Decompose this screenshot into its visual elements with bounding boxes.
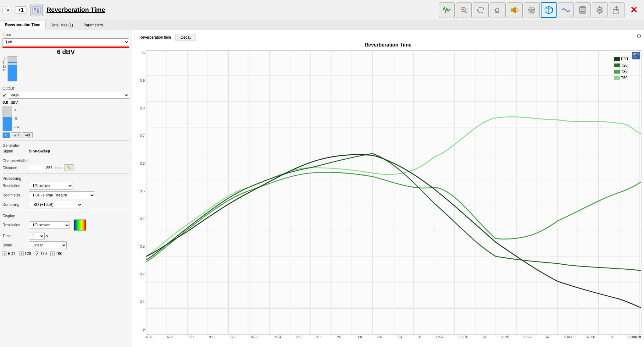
distance-label: Distance xyxy=(3,166,28,170)
distance-measure-button[interactable]: 📏 xyxy=(64,164,74,171)
settings-button[interactable] xyxy=(592,2,608,18)
proc-resolution-label: Resolution xyxy=(3,184,28,188)
legend-label-t20: T20 xyxy=(621,63,628,68)
cube-button[interactable] xyxy=(541,2,557,18)
output-btn-minus20[interactable]: -20 xyxy=(11,132,21,138)
x-label-1984: 198.4 xyxy=(273,335,281,339)
input-label: Input xyxy=(3,33,129,37)
x-label-625: 62.5 xyxy=(167,335,173,339)
scale-select[interactable]: Linear xyxy=(29,241,67,249)
svg-marker-9 xyxy=(477,9,478,11)
disp-resolution-label: Resolution xyxy=(3,223,28,227)
t60-checkbox[interactable]: ✔ xyxy=(50,251,55,256)
room-size-select[interactable]: 1.0s - Home Theatre xyxy=(29,191,95,199)
output-btn-minus40[interactable]: -40 xyxy=(22,132,33,138)
output-select[interactable]: <All> xyxy=(8,92,129,99)
distance-unit: mm xyxy=(55,166,62,170)
svg-point-22 xyxy=(598,9,601,11)
signal-row: Signal Sine-Sweep xyxy=(3,149,129,153)
svg-rect-0 xyxy=(33,6,40,14)
denoising-row: Denoising ISO (+10dB) xyxy=(3,201,129,208)
svg-line-6 xyxy=(465,11,467,13)
star-button[interactable] xyxy=(524,2,540,18)
x-label-317k: 3.17k xyxy=(524,335,531,339)
input-level-display: 6 dBV xyxy=(3,48,129,56)
x-label-1k: 1k xyxy=(417,335,421,339)
x-label-992: 99.2 xyxy=(209,335,215,339)
x-label-4k: 4k xyxy=(546,335,550,339)
export-button[interactable] xyxy=(609,2,625,18)
wave2-button[interactable] xyxy=(558,2,574,18)
tab-parameters[interactable]: Parameters xyxy=(78,21,108,29)
output-level-row: 0.0 dBV xyxy=(3,100,129,105)
x-label-1587k: 1.587k xyxy=(458,335,468,339)
output-section: Output ✔ <All> 0.0 dBV 0 -6 -14 xyxy=(3,84,129,138)
svg-rect-4 xyxy=(37,10,39,13)
tab-reverberation-time[interactable]: Reverberation Time xyxy=(0,21,46,30)
svg-text:Ω: Ω xyxy=(495,7,500,14)
time-label: Time xyxy=(3,234,28,238)
time-row: Time 1 s xyxy=(3,233,129,240)
time-unit: s xyxy=(46,234,48,238)
tab-data-lines[interactable]: Data lines (1) xyxy=(46,21,78,29)
disp-resolution-select[interactable]: 1/3 octave xyxy=(29,221,70,229)
waveform-button[interactable] xyxy=(439,2,455,18)
processing-section: Processing Resolution 1/3 octave Room si… xyxy=(3,174,129,208)
input-level-bar xyxy=(3,47,129,48)
x-label-2k: 2k xyxy=(483,335,486,339)
chart-title: Reverberation Time xyxy=(135,42,641,48)
disp-resolution-row: Resolution 1/3 octave xyxy=(3,219,129,231)
close-button[interactable]: ✕ xyxy=(626,2,641,18)
generator-label: Generator xyxy=(3,143,129,148)
distance-row: Distance mm 📏 xyxy=(3,164,129,171)
color-gradient-display xyxy=(74,219,86,231)
output-btn-row: 0 -20 -40 xyxy=(3,132,129,138)
tabs-bar: Reverberation Time Data lines (1) Parame… xyxy=(0,20,644,30)
chart-tabs: Reverberation time Decay xyxy=(135,34,641,41)
edt-checkbox[interactable]: ✔ xyxy=(3,251,7,256)
y-label-03: 0.3 xyxy=(140,245,145,248)
chart-settings-button[interactable]: ⚙ xyxy=(636,33,641,40)
x-label-125: 125 xyxy=(230,335,236,339)
title-bar-left: 1♦ +1 Reverberation Time xyxy=(3,4,105,16)
t30-checkbox[interactable]: ✔ xyxy=(35,251,39,256)
chart-svg xyxy=(146,51,641,334)
output-btn-0[interactable]: 0 xyxy=(3,132,10,138)
output-level-unit: dBV xyxy=(11,100,18,105)
x-label-315: 315 xyxy=(316,335,322,339)
legend: EDT T20 T30 T60 xyxy=(614,57,629,80)
chart-tab-decay[interactable]: Decay xyxy=(176,34,196,41)
loop-button[interactable] xyxy=(473,2,489,18)
chart-area-wrapper: ATB+/- EDT T20 T30 xyxy=(146,50,641,339)
y-label-01: 0.1 xyxy=(140,300,145,304)
input-section: Input Left 6 dBV -2 6 12 18 xyxy=(3,33,129,81)
svg-rect-1 xyxy=(34,8,36,10)
distance-input[interactable] xyxy=(29,165,54,171)
y-label-08: 0.8 xyxy=(140,106,145,110)
omega-button[interactable]: Ω xyxy=(490,2,506,18)
time-select[interactable]: 1 xyxy=(29,233,45,240)
chart-inner: ATB+/- EDT T20 T30 xyxy=(146,50,641,335)
checkbox-row: ✔ EDT ✔ T20 ✔ T30 ✔ T60 xyxy=(3,251,129,256)
legend-label-t30: T30 xyxy=(621,69,628,74)
x-label-635k: 6.35k xyxy=(587,335,595,339)
svg-rect-8 xyxy=(463,8,464,10)
chart-tab-reverberation[interactable]: Reverberation time xyxy=(135,34,176,41)
proc-resolution-select[interactable]: 1/3 octave xyxy=(29,182,73,190)
t20-checkbox[interactable]: ✔ xyxy=(19,251,24,256)
magnify-button[interactable] xyxy=(456,2,472,18)
y-axis: 1s 0.9 0.8 0.7 0.6 0.5 0.4 0.3 0.2 0.1 0 xyxy=(135,50,146,339)
characteristics-label: Characteristics xyxy=(3,159,129,163)
x-label-496: 49.6 xyxy=(146,335,152,339)
processing-label: Processing xyxy=(3,176,129,181)
speaker-button[interactable] xyxy=(507,2,523,18)
denoising-label: Denoising xyxy=(3,202,28,207)
x-label-500: 500 xyxy=(357,335,362,339)
denoising-select[interactable]: ISO (+10dB) xyxy=(29,201,82,208)
t60-label: T60 xyxy=(56,251,62,256)
cb-t30: ✔ T30 xyxy=(35,251,47,256)
app-icon xyxy=(30,4,43,16)
cb-t20: ✔ T20 xyxy=(19,251,31,256)
input-select[interactable]: Left xyxy=(3,38,129,46)
cylinder-button[interactable] xyxy=(575,2,591,18)
